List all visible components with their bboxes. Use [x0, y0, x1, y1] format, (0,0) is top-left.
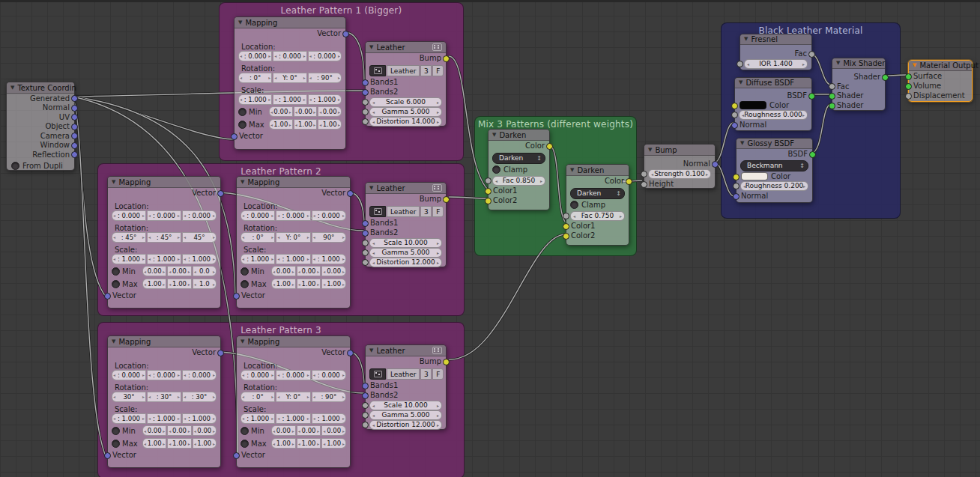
number-field[interactable]: : 0° — [241, 232, 275, 243]
number-field[interactable]: Y: 0° — [276, 232, 310, 243]
socket-fac-in[interactable] — [485, 177, 491, 184]
max-checkbox[interactable] — [238, 121, 246, 129]
number-field[interactable]: : 45° — [147, 232, 181, 243]
socket-bands1-in[interactable] — [362, 79, 369, 86]
socket-bump-out[interactable] — [443, 55, 450, 62]
socket-scale-in[interactable] — [362, 99, 369, 106]
socket-vector-out[interactable] — [217, 350, 224, 356]
number-field[interactable]: : 1.000 — [112, 413, 146, 424]
socket-height-in[interactable] — [641, 181, 647, 188]
number-field[interactable]: : 1.000 — [147, 413, 181, 424]
collapse-icon[interactable]: ▼ — [492, 133, 496, 138]
roughness-slider[interactable]: Roughness 0.000 — [739, 110, 808, 120]
socket-reflection-out[interactable] — [71, 151, 78, 158]
number-field[interactable]: : 0.000 — [147, 210, 181, 221]
number-field[interactable]: : 1.000 — [112, 254, 146, 264]
number-field[interactable]: 0.00 — [142, 266, 166, 276]
collapse-icon[interactable]: ▼ — [740, 141, 744, 146]
ior-slider[interactable]: IOR 1.400 — [744, 59, 808, 69]
socket-bands2-in[interactable] — [362, 392, 369, 399]
socket-camera-out[interactable] — [71, 133, 78, 139]
number-field[interactable]: 1.00 — [318, 119, 342, 130]
strength-slider[interactable]: Strength 0.100 — [648, 169, 711, 179]
blend-mode-dropdown[interactable]: Darken — [570, 188, 625, 199]
collapse-icon[interactable]: ▼ — [744, 37, 748, 42]
number-field[interactable]: 0.00 — [271, 425, 296, 436]
node-mapping-pattern1[interactable]: ▼Mapping Vector Location: : 0.000 : 0.00… — [234, 16, 346, 150]
fac-slider[interactable]: Fac 0.750 — [570, 211, 625, 221]
gamma-slider[interactable]: Gamma 5.000 — [369, 410, 442, 420]
node-texture-coordinate[interactable]: ▼ Texture Coordin Generated Normal UV Ob… — [6, 82, 75, 171]
collapse-icon[interactable]: ▼ — [570, 168, 574, 173]
number-field[interactable]: : 1.000 — [276, 413, 310, 424]
socket-color2-in[interactable] — [563, 233, 569, 240]
number-field[interactable]: : 0.000 — [308, 51, 342, 61]
socket-bsdf-out[interactable] — [808, 93, 815, 100]
number-field[interactable]: : 0.000 — [241, 210, 275, 221]
socket-vector-out[interactable] — [347, 190, 354, 197]
socket-color-out[interactable] — [546, 143, 553, 150]
socket-vector-out[interactable] — [347, 350, 354, 356]
number-field[interactable]: Y: 0° — [273, 73, 306, 83]
clamp-checkbox[interactable] — [570, 201, 578, 209]
node-bump[interactable]: ▼Bump Normal Strength 0.100 Height — [644, 144, 716, 189]
socket-color1-in[interactable] — [563, 223, 569, 230]
collapse-icon[interactable]: ▼ — [112, 180, 115, 185]
socket-bump-out[interactable] — [443, 359, 450, 365]
node-header[interactable]: ▼ Texture Coordin — [7, 82, 74, 94]
scale-slider[interactable]: Scale 6.000 — [369, 97, 442, 107]
gamma-slider[interactable]: Gamma 5.000 — [369, 248, 442, 258]
roughness-slider[interactable]: Roughness 0.200 — [740, 181, 808, 191]
socket-normal-out[interactable] — [71, 105, 78, 112]
node-material-output[interactable]: ▼Material Output Surface Volume Displace… — [908, 60, 973, 102]
number-field[interactable]: 1.0 — [193, 279, 217, 289]
number-field[interactable]: 1.00 — [167, 438, 191, 449]
collapse-icon[interactable]: ▼ — [241, 339, 244, 344]
node-header[interactable]: ▼Bump — [644, 145, 715, 156]
number-field[interactable]: 45° — [182, 232, 217, 243]
number-field[interactable]: 1.00 — [321, 279, 346, 289]
number-field[interactable]: : 0.000 — [312, 370, 346, 380]
socket-color2-in[interactable] — [485, 198, 491, 204]
node-fresnel[interactable]: ▼Fresnel Fac IOR 1.400 — [739, 34, 812, 70]
collapse-icon[interactable]: ▼ — [913, 63, 916, 68]
group-browse-button[interactable] — [369, 65, 386, 76]
socket-distortion-in[interactable] — [362, 422, 369, 428]
socket-window-out[interactable] — [71, 142, 78, 149]
number-field[interactable]: : 1.000 — [273, 94, 306, 105]
number-field[interactable]: : 0.000 — [276, 370, 310, 380]
collapse-icon[interactable]: ▼ — [369, 348, 373, 353]
node-leather-group-1[interactable]: ▼Leather Bump Leather 3 F Bands1 Bands2 … — [365, 41, 447, 127]
node-header[interactable]: ▼Mapping — [235, 17, 345, 28]
socket-uv-out[interactable] — [71, 114, 78, 121]
node-leather-group-2[interactable]: ▼Leather Bump Leather 3 F Bands1 Bands2 … — [365, 182, 447, 267]
node-header[interactable]: ▼Glossy BSDF — [736, 139, 812, 149]
collapse-icon[interactable]: ▼ — [836, 61, 840, 66]
node-header[interactable]: ▼Leather — [366, 345, 446, 356]
number-field[interactable]: 1.00 — [297, 438, 321, 449]
group-name-field[interactable]: Leather — [387, 368, 420, 380]
number-field[interactable]: : 90° — [312, 392, 346, 402]
node-mapping-pattern3-b[interactable]: ▼Mapping Vector Location: : 0.000 : 0.00… — [236, 335, 351, 468]
number-field[interactable]: : 45° — [112, 232, 146, 243]
number-field[interactable]: : 1.000 — [241, 254, 275, 264]
group-browse-button[interactable] — [369, 368, 386, 380]
number-field[interactable]: 30° — [112, 392, 146, 402]
collapse-icon[interactable]: ▼ — [648, 148, 652, 153]
number-field[interactable]: : 0.000 — [241, 370, 275, 380]
number-field[interactable]: : 1.000 — [238, 94, 272, 105]
socket-vector-out[interactable] — [342, 31, 349, 37]
users-count-button[interactable]: 3 — [420, 65, 432, 76]
socket-strength-in[interactable] — [641, 171, 647, 177]
number-field[interactable]: : 0.000 — [312, 210, 346, 221]
socket-bands2-in[interactable] — [362, 230, 369, 237]
number-field[interactable]: : 1.000 — [241, 413, 275, 424]
number-field[interactable]: 0.00 — [193, 425, 217, 436]
color-swatch[interactable] — [741, 172, 768, 180]
number-field[interactable]: 0.0 — [193, 266, 217, 276]
socket-fac-in[interactable] — [563, 213, 569, 219]
socket-bands2-in[interactable] — [362, 89, 369, 96]
number-field[interactable]: : 1.000 — [276, 254, 310, 264]
group-browse-button[interactable] — [369, 206, 386, 217]
number-field[interactable]: 1.00 — [294, 119, 318, 130]
